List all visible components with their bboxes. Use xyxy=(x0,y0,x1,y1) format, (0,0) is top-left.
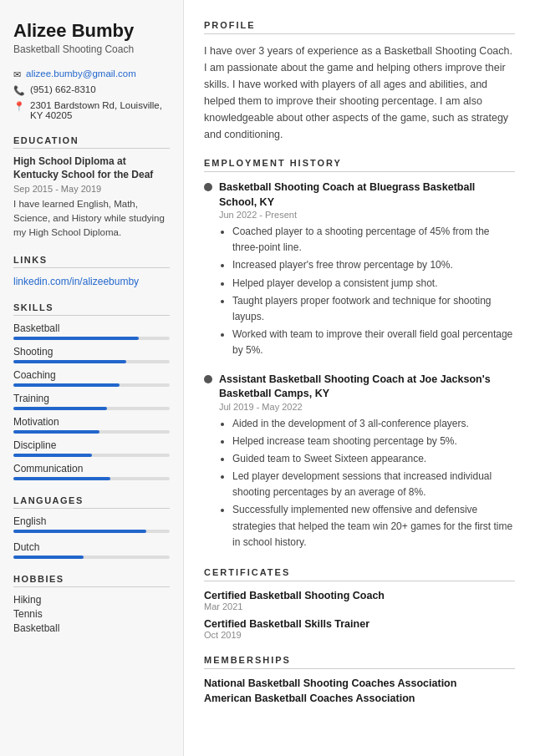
job-bullet: Led player development sessions that inc… xyxy=(232,469,515,500)
profile-text: I have over 3 years of experience as a B… xyxy=(204,43,515,143)
skill-item: Basketball xyxy=(13,322,170,340)
skill-item: Coaching xyxy=(13,369,170,387)
skill-bar-bg xyxy=(13,430,170,434)
skill-item: Shooting xyxy=(13,346,170,363)
skill-bar-fill xyxy=(13,360,126,363)
job-date: Jun 2022 - Present xyxy=(219,210,515,220)
email-icon: ✉ xyxy=(13,69,21,80)
certificates-list: Certified Basketball Shooting Coach Mar … xyxy=(204,590,515,640)
job-bullet: Worked with team to improve their overal… xyxy=(232,327,515,358)
job-bullet: Helped increase team shooting percentage… xyxy=(232,434,515,449)
skill-bar-bg xyxy=(13,337,170,340)
job-bullet: Successfully implemented new offensive a… xyxy=(232,502,515,551)
contact-address: 📍 2301 Bardstown Rd, Louisville, KY 4020… xyxy=(13,100,170,120)
skill-bar-bg xyxy=(13,477,170,480)
links-section-title: LINKS xyxy=(13,255,170,268)
job-title: Basketball Shooting Coach xyxy=(13,43,170,55)
skill-label: Training xyxy=(13,393,170,404)
hobbies-list: HikingTennisBasketball xyxy=(13,594,170,634)
language-label: Dutch xyxy=(13,541,170,553)
job-bullets: Aided in the development of 3 all-confer… xyxy=(219,416,515,551)
job-bullet: Helped player develop a consistent jump … xyxy=(232,276,515,292)
cert-date: Oct 2019 xyxy=(204,630,515,640)
membership-item: American Basketball Coaches Association xyxy=(204,693,515,704)
full-name: Alizee Bumby xyxy=(13,20,170,42)
hobby-item: Hiking xyxy=(13,594,170,606)
memberships-section-title: MEMBERSHIPS xyxy=(204,655,515,669)
certificate-item: Certified Basketball Skills Trainer Oct … xyxy=(204,618,515,640)
job-bullet: Increased player's free throw percentage… xyxy=(232,257,515,273)
job-bullet: Aided in the development of 3 all-confer… xyxy=(232,416,515,432)
profile-section-title: PROFILE xyxy=(204,20,515,34)
contact-email: ✉ alizee.bumby@gmail.com xyxy=(13,68,170,80)
job-heading: Assistant Basketball Shooting Coach at J… xyxy=(219,373,515,402)
jobs-list: Basketball Shooting Coach at Bluegrass B… xyxy=(204,180,515,552)
skill-label: Communication xyxy=(13,463,170,474)
job-entry: Assistant Basketball Shooting Coach at J… xyxy=(204,373,515,553)
skill-label: Coaching xyxy=(13,369,170,381)
job-bullets: Coached player to a shooting percentage … xyxy=(219,224,515,359)
memberships-list: National Basketball Shooting Coaches Ass… xyxy=(204,677,515,704)
address-text: 2301 Bardstown Rd, Louisville, KY 40205 xyxy=(30,100,170,120)
phone-number: (951) 662-8310 xyxy=(30,84,96,94)
job-date: Jul 2019 - May 2022 xyxy=(219,402,515,412)
sidebar: Alizee Bumby Basketball Shooting Coach ✉… xyxy=(0,0,184,756)
skill-label: Motivation xyxy=(13,416,170,428)
contact-phone: 📞 (951) 662-8310 xyxy=(13,84,170,96)
skill-bar-fill xyxy=(13,430,99,434)
skill-bar-fill xyxy=(13,477,110,480)
job-heading: Basketball Shooting Coach at Bluegrass B… xyxy=(219,180,515,210)
certificates-section-title: CERTIFICATES xyxy=(204,567,515,581)
skill-bar-fill xyxy=(13,383,120,387)
edu-date: Sep 2015 - May 2019 xyxy=(13,184,170,194)
edu-degree: High School Diploma at Kentucky School f… xyxy=(13,155,170,181)
job-content: Basketball Shooting Coach at Bluegrass B… xyxy=(219,180,515,361)
skills-list: Basketball Shooting Coaching Training Mo… xyxy=(13,322,170,480)
hobby-item: Basketball xyxy=(13,622,170,634)
skill-item: Discipline xyxy=(13,439,170,457)
language-bar-bg xyxy=(13,556,170,559)
language-bar-fill xyxy=(13,530,146,533)
skill-bar-bg xyxy=(13,454,170,457)
cert-date: Mar 2021 xyxy=(204,601,515,611)
job-dot xyxy=(204,183,212,191)
hobbies-section-title: HOBBIES xyxy=(13,574,170,587)
certificate-item: Certified Basketball Shooting Coach Mar … xyxy=(204,590,515,611)
skill-bar-bg xyxy=(13,360,170,363)
skill-bar-bg xyxy=(13,407,170,410)
job-bullet: Taught players proper footwork and techn… xyxy=(232,293,515,325)
skill-item: Training xyxy=(13,393,170,410)
skill-label: Discipline xyxy=(13,439,170,451)
education-section-title: EDUCATION xyxy=(13,135,170,149)
language-label: English xyxy=(13,515,170,527)
skill-item: Motivation xyxy=(13,416,170,434)
language-bar-bg xyxy=(13,530,170,533)
languages-list: English Dutch xyxy=(13,515,170,559)
language-item: Dutch xyxy=(13,541,170,559)
edu-description: I have learned English, Math, Science, a… xyxy=(13,197,170,241)
job-dot xyxy=(204,375,212,383)
cert-name: Certified Basketball Shooting Coach xyxy=(204,590,515,601)
languages-section-title: LANGUAGES xyxy=(13,495,170,509)
hobby-item: Tennis xyxy=(13,608,170,620)
phone-icon: 📞 xyxy=(13,85,25,96)
resume-container: Alizee Bumby Basketball Shooting Coach ✉… xyxy=(0,0,535,756)
job-bullet: Coached player to a shooting percentage … xyxy=(232,224,515,256)
language-item: English xyxy=(13,515,170,533)
main-content: PROFILE I have over 3 years of experienc… xyxy=(184,0,535,756)
skill-bar-fill xyxy=(13,337,139,340)
job-content: Assistant Basketball Shooting Coach at J… xyxy=(219,373,515,553)
cert-name: Certified Basketball Skills Trainer xyxy=(204,618,515,630)
membership-item: National Basketball Shooting Coaches Ass… xyxy=(204,677,515,689)
skill-bar-fill xyxy=(13,454,92,457)
email-link[interactable]: alizee.bumby@gmail.com xyxy=(26,68,136,79)
skills-section-title: SKILLS xyxy=(13,302,170,316)
job-entry: Basketball Shooting Coach at Bluegrass B… xyxy=(204,180,515,361)
linkedin-link[interactable]: linkedin.com/in/alizeebumby xyxy=(13,276,139,287)
job-bullet: Guided team to Sweet Sixteen appearance. xyxy=(232,451,515,467)
skill-label: Basketball xyxy=(13,322,170,334)
skill-item: Communication xyxy=(13,463,170,480)
language-bar-fill xyxy=(13,556,84,559)
skill-bar-fill xyxy=(13,407,107,410)
skill-label: Shooting xyxy=(13,346,170,358)
